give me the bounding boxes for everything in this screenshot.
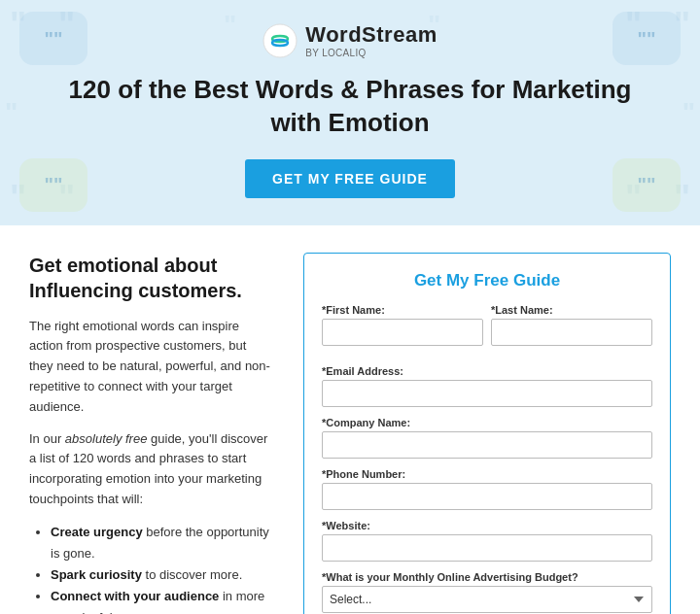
website-input[interactable] bbox=[322, 534, 652, 562]
first-name-group: *First Name: bbox=[322, 304, 483, 346]
website-group: *Website: bbox=[322, 520, 652, 562]
phone-input[interactable] bbox=[322, 483, 652, 510]
logo-area: WordStream By LOCALiQ bbox=[39, 23, 661, 58]
logo-text: WordStream By LOCALiQ bbox=[305, 23, 437, 57]
list-item: Connect with your audience in more meani… bbox=[51, 586, 270, 614]
name-row: *First Name: *Last Name: bbox=[322, 304, 652, 356]
left-para2: In our absolutely free guide, you'll dis… bbox=[29, 429, 270, 510]
header-cta-button[interactable]: GET MY FREE GUIDE bbox=[245, 159, 455, 198]
company-label: *Company Name: bbox=[322, 417, 652, 428]
first-name-label: *First Name: bbox=[322, 304, 483, 316]
bullet-list: Create urgency before the opportunity is… bbox=[29, 522, 270, 614]
email-label: *Email Address: bbox=[322, 365, 652, 377]
left-para1: The right emotional words can inspire ac… bbox=[29, 317, 270, 418]
budget-group: *What is your Monthly Online Advertising… bbox=[322, 571, 652, 613]
form-title: Get My Free Guide bbox=[322, 271, 652, 290]
last-name-label: *Last Name: bbox=[491, 304, 652, 316]
first-name-input[interactable] bbox=[322, 319, 483, 346]
header-title: 120 of the Best Words & Phrases for Mark… bbox=[39, 74, 661, 140]
main-content: Get emotional about Influencing customer… bbox=[0, 225, 700, 614]
company-input[interactable] bbox=[322, 431, 652, 459]
wordstream-logo-icon bbox=[262, 23, 298, 58]
list-item: Spark curiosity to discover more. bbox=[51, 564, 270, 586]
email-group: *Email Address: bbox=[322, 365, 652, 407]
website-label: *Website: bbox=[322, 520, 652, 531]
email-input[interactable] bbox=[322, 380, 652, 407]
left-heading: Get emotional about Influencing customer… bbox=[29, 253, 270, 303]
form-panel: Get My Free Guide *First Name: *Last Nam… bbox=[303, 253, 671, 614]
company-group: *Company Name: bbox=[322, 417, 652, 459]
page-wrapper: " " " " " " " " " " " " Wor bbox=[0, 0, 700, 614]
logo-wordstream-text: WordStream bbox=[305, 23, 437, 47]
phone-label: *Phone Number: bbox=[322, 468, 652, 480]
budget-label: *What is your Monthly Online Advertising… bbox=[322, 571, 652, 583]
header-section: " " " " " " " " " " " " Wor bbox=[0, 0, 700, 225]
left-column: Get emotional about Influencing customer… bbox=[29, 253, 280, 614]
logo-localiq-text: By LOCALiQ bbox=[305, 48, 366, 58]
last-name-input[interactable] bbox=[491, 319, 652, 346]
last-name-group: *Last Name: bbox=[491, 304, 652, 346]
phone-group: *Phone Number: bbox=[322, 468, 652, 510]
budget-select[interactable]: Select... Less than $1,000 $1,000 - $5,0… bbox=[322, 586, 652, 613]
list-item: Create urgency before the opportunity is… bbox=[51, 522, 270, 564]
